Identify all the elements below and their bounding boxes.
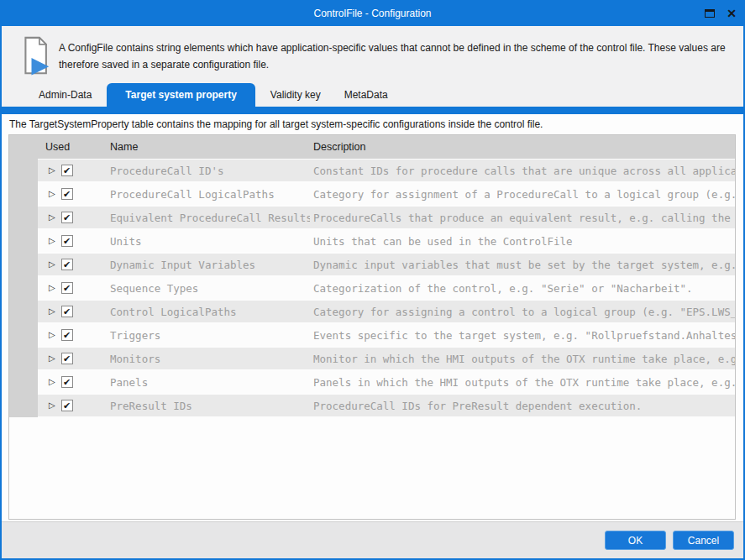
row-used-cell: ▷✔ (38, 371, 98, 393)
row-gutter (9, 182, 38, 206)
expand-arrow-icon[interactable]: ▷ (49, 354, 55, 363)
row-name: Monitors (98, 348, 310, 369)
row-description: ProcedureCalls that produce an equivalen… (310, 207, 735, 228)
cancel-button[interactable]: Cancel (673, 531, 734, 550)
maximize-icon[interactable] (705, 9, 715, 18)
active-tab-bar (0, 107, 745, 114)
row-description: Category for assignment of a ProcedureCa… (310, 183, 735, 205)
expand-arrow-icon[interactable]: ▷ (49, 284, 55, 292)
row-used-cell: ▷✔ (38, 277, 98, 299)
row-gutter (9, 347, 38, 370)
row-gutter (9, 370, 38, 394)
row-description: Categorization of the control, e.g. "Ser… (310, 277, 735, 299)
used-checkbox[interactable]: ✔ (61, 306, 73, 317)
row-gutter (9, 229, 38, 253)
table-row[interactable]: ▷✔Sequence TypesCategorization of the co… (9, 276, 735, 300)
close-icon[interactable]: ✕ (727, 8, 737, 19)
table-header-row: Used Name Description (9, 135, 735, 159)
row-description: Dynamic input variables that must be set… (310, 254, 735, 275)
expand-arrow-icon[interactable]: ▷ (49, 401, 55, 410)
table-row[interactable]: ▷✔MonitorsMonitor in which the HMI outpu… (9, 347, 735, 370)
used-checkbox[interactable]: ✔ (61, 212, 73, 223)
row-used-cell: ▷✔ (38, 348, 98, 369)
table-info-text: The TargetSystemProperty table contains … (2, 114, 743, 134)
expand-arrow-icon[interactable]: ▷ (49, 166, 55, 175)
config-file-icon (24, 35, 51, 77)
window-title: ControlFile - Configuration (313, 8, 431, 19)
used-checkbox[interactable]: ✔ (61, 188, 73, 200)
tab-bar: Admin-Data Target system property Validi… (2, 80, 743, 107)
tab-content: The TargetSystemProperty table contains … (2, 114, 743, 521)
used-checkbox[interactable]: ✔ (61, 400, 73, 411)
row-name: Panels (98, 371, 310, 393)
row-name: Units (98, 230, 310, 252)
row-gutter (9, 159, 38, 182)
row-description: ProcedureCall IDs for PreResult dependen… (310, 395, 735, 416)
tab-target-system-property[interactable]: Target system property (107, 83, 255, 107)
used-checkbox[interactable]: ✔ (61, 259, 73, 270)
used-checkbox[interactable]: ✔ (61, 165, 73, 176)
configuration-dialog: ControlFile - Configuration ✕ A ConfigFi… (0, 0, 745, 560)
row-description: Events specific to the target system, e.… (310, 324, 735, 346)
expand-arrow-icon[interactable]: ▷ (49, 260, 55, 269)
table-row[interactable]: ▷✔Dynamic Input VariablesDynamic input v… (9, 253, 735, 276)
table-row[interactable]: ▷✔PanelsPanels in which the HMI outputs … (9, 370, 735, 394)
used-checkbox[interactable]: ✔ (61, 353, 73, 364)
row-gutter (9, 323, 38, 347)
row-name: Triggers (98, 324, 310, 346)
row-name: ProcedureCall LogicalPaths (98, 183, 310, 205)
tab-metadata[interactable]: MetaData (333, 84, 400, 107)
table-row[interactable]: ▷✔UnitsUnits that can be used in the Con… (9, 229, 735, 253)
table-row[interactable]: ▷✔PreResult IDsProcedureCall IDs for Pre… (9, 394, 735, 417)
row-used-cell: ▷✔ (38, 254, 98, 275)
row-name: ProcedureCall ID's (98, 160, 310, 181)
row-used-cell: ▷✔ (38, 207, 98, 228)
table-row[interactable]: ▷✔Control LogicalPathsCategory for assig… (9, 300, 735, 323)
row-used-cell: ▷✔ (38, 301, 98, 322)
used-checkbox[interactable]: ✔ (61, 376, 73, 388)
row-name: Sequence Types (98, 277, 310, 299)
table-row[interactable]: ▷✔TriggersEvents specific to the target … (9, 323, 735, 347)
column-header-name[interactable]: Name (98, 141, 310, 153)
expand-arrow-icon[interactable]: ▷ (49, 307, 55, 316)
row-gutter (9, 276, 38, 300)
row-name: Dynamic Input Variables (98, 254, 310, 275)
row-description: Constant IDs for procedure calls that ar… (310, 160, 735, 181)
table-row[interactable]: ▷✔ProcedureCall ID'sConstant IDs for pro… (9, 159, 735, 182)
row-name: Control LogicalPaths (98, 301, 310, 322)
row-used-cell: ▷✔ (38, 324, 98, 346)
used-checkbox[interactable]: ✔ (61, 282, 73, 294)
dialog-footer: OK Cancel (2, 521, 743, 558)
column-header-used[interactable]: Used (38, 141, 98, 153)
row-used-cell: ▷✔ (38, 230, 98, 252)
tab-validity-key[interactable]: Validity key (259, 84, 333, 107)
expand-arrow-icon[interactable]: ▷ (49, 331, 55, 339)
row-description: Monitor in which the HMI outputs of the … (310, 348, 735, 369)
row-description: Units that can be used in the ControlFil… (310, 230, 735, 252)
ok-button[interactable]: OK (605, 531, 666, 550)
header-strip: A ConfigFile contains string elements wh… (2, 26, 743, 80)
table-row[interactable]: ▷✔ProcedureCall LogicalPathsCategory for… (9, 182, 735, 206)
window-controls: ✕ (705, 0, 737, 26)
row-used-cell: ▷✔ (38, 160, 98, 181)
row-gutter (9, 253, 38, 276)
used-checkbox[interactable]: ✔ (61, 329, 73, 341)
table-row[interactable]: ▷✔Equivalent ProcedureCall ResultsProced… (9, 206, 735, 229)
tab-admin-data[interactable]: Admin-Data (27, 84, 103, 107)
expand-arrow-icon[interactable]: ▷ (49, 190, 55, 198)
row-used-cell: ▷✔ (38, 395, 98, 416)
row-gutter (9, 300, 38, 323)
title-bar: ControlFile - Configuration ✕ (0, 0, 745, 26)
column-header-description[interactable]: Description (310, 141, 735, 153)
expand-arrow-icon[interactable]: ▷ (49, 237, 55, 245)
row-name: PreResult IDs (98, 395, 310, 416)
expand-arrow-icon[interactable]: ▷ (49, 213, 55, 222)
row-name: Equivalent ProcedureCall Results (98, 207, 310, 228)
used-checkbox[interactable]: ✔ (61, 235, 73, 247)
expand-arrow-icon[interactable]: ▷ (49, 378, 55, 386)
table-body: ▷✔ProcedureCall ID'sConstant IDs for pro… (9, 159, 735, 417)
dialog-description: A ConfigFile contains string elements wh… (59, 35, 731, 73)
row-description: Panels in which the HMI outputs of the O… (310, 371, 735, 393)
target-system-property-table: Used Name Description ▷✔ProcedureCall ID… (8, 134, 736, 520)
row-gutter (9, 394, 38, 417)
